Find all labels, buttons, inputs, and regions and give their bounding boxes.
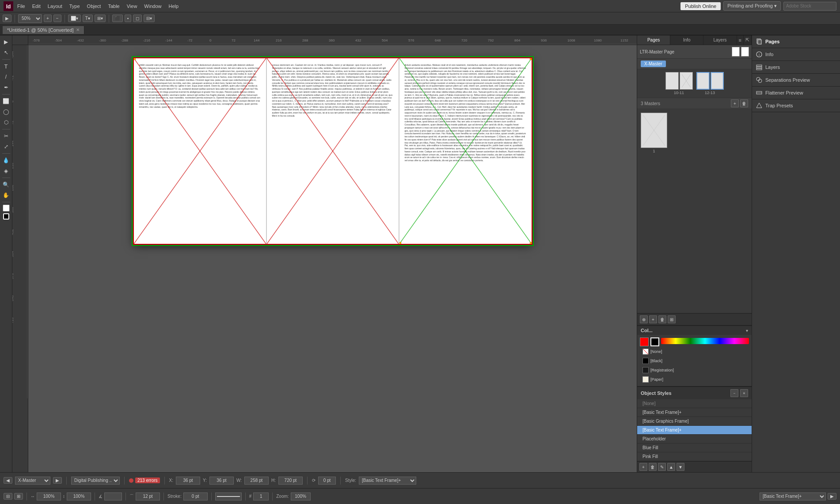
menu-help[interactable]: Help (165, 2, 182, 10)
fr-separations-header[interactable]: Separations Preview (752, 74, 840, 86)
menu-type[interactable]: Type (66, 2, 83, 10)
count-input[interactable] (253, 493, 269, 500)
scale-y-input[interactable] (67, 493, 91, 500)
menu-table[interactable]: Table (105, 2, 122, 10)
x-input[interactable] (176, 477, 200, 485)
fr-layers-header[interactable]: Layers (752, 61, 840, 73)
select-tool-btn[interactable]: ▶ (3, 15, 11, 22)
new-master-btn[interactable]: ⊕ (640, 315, 648, 323)
fr-flattener-header[interactable]: Flattener Preview (752, 87, 840, 99)
master-page-thumb-r2[interactable] (711, 72, 724, 90)
tab-pages[interactable]: Pages (637, 35, 670, 45)
w-input[interactable] (244, 477, 269, 485)
os-move-dn-btn[interactable]: ▼ (677, 463, 684, 471)
stroke-input[interactable] (183, 493, 208, 500)
master-select[interactable]: X-Master (15, 477, 50, 485)
fill-swatch[interactable] (640, 337, 649, 346)
swatch-registration[interactable]: [Registration] (640, 366, 749, 374)
color-panel-expand[interactable]: ▾ (746, 328, 748, 333)
page-prev-btn[interactable]: ◀ (4, 477, 12, 484)
os-new-btn[interactable]: + (639, 463, 647, 471)
os-item-none[interactable]: [None] (637, 399, 752, 408)
fill-color[interactable] (3, 205, 10, 212)
type-tool[interactable]: T (1, 61, 11, 71)
arrow-tool[interactable]: ▶ (1, 37, 11, 47)
os-options-btn[interactable]: ≡ (740, 389, 748, 397)
text-options-btn[interactable]: T▾ (83, 15, 93, 22)
rotate-input[interactable] (318, 477, 336, 485)
fr-trap-presets-header[interactable]: Trap Presets (752, 99, 840, 112)
os-move-up-btn[interactable]: ▲ (667, 463, 675, 471)
swatch-paper[interactable]: [Paper] (640, 375, 749, 383)
scale-x-input[interactable] (37, 493, 61, 500)
os-edit-btn[interactable]: ✎ (658, 463, 666, 471)
zoom-out-btn[interactable]: − (53, 15, 61, 22)
zoom-tool[interactable]: 🔍 (1, 180, 11, 189)
align-left-btn[interactable]: ⬛ (112, 15, 123, 22)
masters-del-btn[interactable]: 🗑 (740, 99, 748, 107)
pen-tool[interactable]: ✒ (1, 83, 11, 92)
y-input[interactable] (209, 477, 234, 485)
shear-input[interactable] (104, 493, 122, 500)
layout-btn[interactable]: ⊟▾ (144, 15, 155, 22)
zoom-pct-input[interactable] (291, 493, 311, 500)
canvas-area[interactable]: -576 -504 -432 -360 -288 -216 -144 -72 0… (12, 35, 637, 472)
os-item-pink-fill[interactable]: Pink Fill (637, 452, 752, 461)
page-thumb-1[interactable]: 1 (641, 113, 667, 153)
os-item-basic-text-selected[interactable]: [Basic Text Frame]+ (637, 426, 752, 435)
menu-layout[interactable]: Layout (45, 2, 65, 10)
search-input[interactable] (783, 2, 836, 11)
color-panel-header[interactable]: Col... ▾ (637, 326, 752, 335)
tab-info[interactable]: Info (670, 35, 703, 45)
screen-mode-btn[interactable]: ◻ (133, 15, 142, 22)
menu-window[interactable]: Window (141, 2, 164, 10)
grid-btn[interactable]: ⊞▾ (95, 15, 106, 22)
sb2-btn2[interactable]: ⊞ (14, 493, 23, 500)
os-item-placeholder[interactable]: Placeholder (637, 435, 752, 443)
hand-tool[interactable]: ✋ (1, 190, 11, 200)
masters-add-btn[interactable]: + (731, 99, 739, 107)
stroke-style-btn[interactable] (215, 493, 242, 500)
error-indicator[interactable]: 213 errors (129, 477, 160, 483)
style-select-2[interactable]: [Basic Text Frame]+ (760, 493, 826, 500)
master-page-thumb-l2[interactable] (696, 72, 710, 90)
style-select[interactable]: [Basic Text Frame]+ (359, 477, 416, 485)
del-page-btn[interactable]: 🗑 (658, 315, 666, 323)
doc-tab-active[interactable]: *Untitled-1 @ 50% [Converted] ✕ (3, 26, 84, 34)
master-page-thumb-left[interactable] (665, 72, 679, 90)
go-btn[interactable]: ▶ (828, 493, 836, 500)
panel-expand-icon[interactable]: ⇱ (744, 35, 752, 45)
fr-pages-header[interactable]: Pages (752, 35, 840, 48)
gradient-tool[interactable]: ◈ (1, 166, 11, 176)
direct-select-tool[interactable]: ↖ (1, 48, 11, 57)
corner-input[interactable] (136, 493, 160, 500)
publish-online-button[interactable]: Publish Online (680, 2, 721, 10)
os-item-blue-fill[interactable]: Blue Fill (637, 443, 752, 452)
os-minimize-btn[interactable]: − (730, 389, 738, 397)
swatch-black[interactable]: [Black] (640, 357, 749, 365)
mode-select[interactable]: Digital Publishing ... (71, 477, 120, 485)
x-master-button[interactable]: X-Master (641, 61, 666, 67)
polygon-tool[interactable]: ⬡ (1, 117, 11, 127)
frame-options-btn[interactable]: ⬜▾ (68, 15, 81, 22)
os-item-basic-graphics[interactable]: [Basic Graphics Frame] (637, 417, 752, 426)
page-layout-btn[interactable]: ⊞ (668, 315, 676, 323)
swatch-none[interactable]: [None] (640, 348, 749, 356)
eyedropper-tool[interactable]: 💧 (1, 155, 11, 165)
master-page-thumb-right[interactable] (680, 72, 693, 90)
page-next-btn[interactable]: ▶ (53, 477, 62, 484)
canvas-content[interactable]: oihibh cessoitir coini pt. Mulman ina-en… (28, 45, 637, 472)
rect-frame-tool[interactable]: ⬜ (1, 96, 11, 106)
zoom-select[interactable]: 50% 75%100% (18, 14, 42, 23)
panel-options-icon[interactable]: ≡ (737, 35, 744, 45)
menu-view[interactable]: View (124, 2, 141, 10)
new-page-btn[interactable]: + (649, 315, 657, 323)
object-styles-header[interactable]: Object Styles − ≡ (637, 387, 752, 399)
scissors-tool[interactable]: ✂ (1, 131, 11, 141)
proofing-button[interactable]: Printing and Proofing ▾ (723, 1, 781, 11)
color-spectrum[interactable] (661, 338, 749, 346)
menu-file[interactable]: File (14, 2, 28, 10)
ellipse-tool[interactable]: ◯ (1, 107, 11, 117)
h-input[interactable] (278, 477, 303, 485)
sb2-btn1[interactable]: ⊟ (4, 493, 12, 500)
